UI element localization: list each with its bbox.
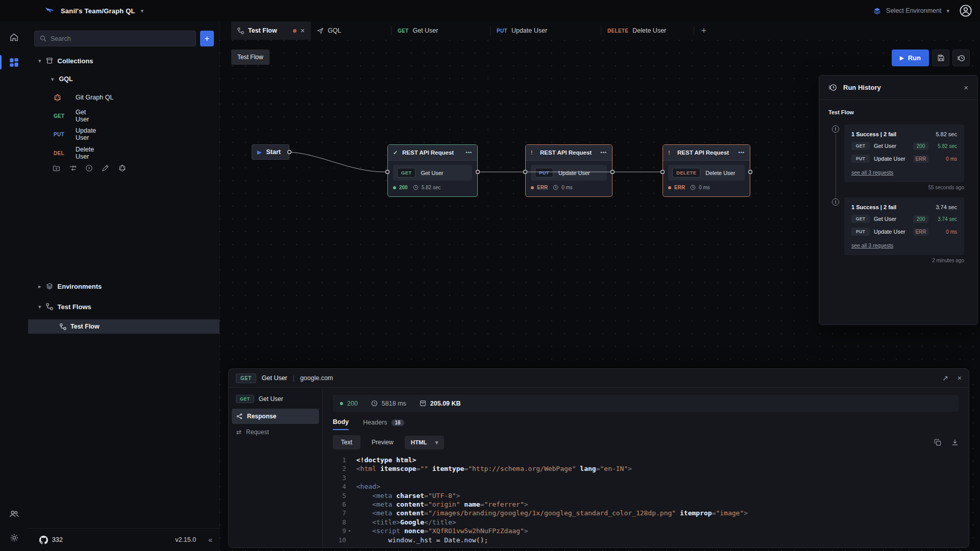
- expand-icon[interactable]: ↗: [942, 374, 948, 382]
- copy-icon[interactable]: [934, 439, 941, 446]
- request-name: Get User: [874, 143, 909, 149]
- run-sequence-icon[interactable]: [69, 164, 77, 172]
- chevron-down-icon: ▾: [51, 76, 54, 83]
- fold-spacer: [346, 536, 353, 544]
- tab-body[interactable]: Body: [333, 418, 349, 430]
- text-view-button[interactable]: Text: [333, 435, 360, 449]
- request-name: Get User: [259, 395, 283, 403]
- chevron-down-icon: ▾: [946, 8, 949, 14]
- nav-item-response[interactable]: Response: [232, 409, 319, 424]
- node-menu-button[interactable]: •••: [601, 150, 607, 155]
- new-tab-button[interactable]: +: [694, 21, 714, 40]
- method-badge: GET: [851, 215, 870, 223]
- edit-pen-icon[interactable]: [102, 164, 110, 172]
- save-button[interactable]: [932, 49, 949, 66]
- flow-node-delete-user[interactable]: ! REST API Request ••• DELETE Delete Use…: [663, 144, 750, 197]
- workspace-switcher[interactable]: Sanil's Team/Graph QL ▾: [44, 0, 143, 21]
- bolt-circle-icon[interactable]: [85, 164, 93, 172]
- sidebar-item-test-flow[interactable]: Test Flow: [28, 319, 219, 334]
- request-item-git-graph-ql[interactable]: Git Graph QL: [54, 90, 113, 105]
- status-dot: [668, 186, 671, 189]
- tab-test-flow[interactable]: Test Flow ×: [231, 21, 311, 40]
- response-panel: GET Get User | google.com ↗ × GET Get Us…: [228, 368, 969, 548]
- node-menu-button[interactable]: •••: [739, 150, 745, 155]
- collections-grid-icon[interactable]: [0, 52, 28, 72]
- request-time: 3.74 sec: [933, 216, 957, 222]
- node-request-chip[interactable]: PUT Update User: [531, 165, 607, 181]
- environment-selector[interactable]: Select Environment ▾: [873, 0, 949, 21]
- node-menu-button[interactable]: •••: [466, 150, 472, 155]
- run-history-button[interactable]: [952, 49, 970, 66]
- collection-gql[interactable]: ▾ GQL: [51, 73, 73, 85]
- tab-get-user[interactable]: GET Get User: [391, 21, 491, 40]
- tab-gql[interactable]: GQL: [311, 21, 391, 40]
- people-icon[interactable]: [0, 504, 28, 524]
- history-request-row: GET Get User 200 5.82 sec: [851, 142, 957, 150]
- nav-item-request[interactable]: ⇄ Request: [232, 424, 319, 440]
- download-icon[interactable]: [951, 439, 959, 446]
- sidebar-section-environments[interactable]: ▸ Environments: [38, 280, 102, 293]
- history-request-row: PUT Update User ERR 0 ms: [851, 228, 957, 236]
- code-area[interactable]: 1<!doctype html>2<html itemscope="" item…: [333, 456, 959, 544]
- environments-label: Environments: [58, 283, 102, 290]
- close-icon[interactable]: ×: [958, 374, 962, 382]
- request-name: Update User: [558, 170, 590, 176]
- fold-spacer: [346, 509, 353, 517]
- request-item-update-user[interactable]: PUT Update User: [54, 127, 64, 141]
- method-label: GET: [54, 113, 64, 119]
- node-title: REST API Request: [677, 149, 729, 156]
- fold-icon[interactable]: ▾: [346, 527, 353, 535]
- request-name: Update User: [874, 229, 909, 235]
- close-icon[interactable]: ×: [301, 27, 305, 35]
- collection-name: GQL: [59, 76, 73, 83]
- search-input[interactable]: [51, 35, 190, 42]
- graphql-icon: [54, 94, 61, 102]
- code-line: 6 <meta content="origin" name="referrer"…: [333, 500, 959, 509]
- environment-label: Select Environment: [886, 7, 941, 14]
- chevron-right-icon: ▸: [38, 283, 41, 290]
- flow-icon: [60, 323, 66, 330]
- status-code: 200: [399, 185, 408, 190]
- flow-node-update-user[interactable]: ! REST API Request ••• PUT Update User E…: [525, 144, 612, 197]
- node-request-chip[interactable]: GET Get User: [393, 165, 472, 181]
- topbar: Sanil's Team/Graph QL ▾ Select Environme…: [0, 0, 980, 21]
- see-all-requests-link[interactable]: see all 3 requests: [851, 169, 893, 176]
- flow-canvas[interactable]: Test Flow ▶ Run ▶ Start: [219, 40, 980, 551]
- see-all-requests-link[interactable]: see all 3 requests: [851, 242, 893, 248]
- flow-node-get-user[interactable]: ✓ REST API Request ••• GET Get User 200: [387, 144, 478, 197]
- run-duration: 5.82 sec: [936, 131, 957, 137]
- preview-view-button[interactable]: Preview: [372, 439, 394, 446]
- home-icon[interactable]: [0, 27, 28, 47]
- tab-headers[interactable]: Headers 18: [363, 419, 404, 430]
- status-code: ERR: [537, 185, 548, 190]
- clock-icon: [371, 400, 378, 407]
- request-item-delete-user[interactable]: DEL Delete User: [54, 146, 64, 160]
- sidebar-section-collections[interactable]: ▾ Collections: [38, 54, 93, 67]
- close-icon[interactable]: ×: [964, 83, 968, 92]
- gear-icon[interactable]: [0, 528, 28, 548]
- graphql-settings-icon[interactable]: [118, 164, 127, 172]
- panel-request-item[interactable]: GET Get User: [229, 393, 322, 408]
- tab-delete-user[interactable]: DELETE Delete User: [601, 21, 694, 40]
- method-badge: PUT: [851, 155, 870, 163]
- request-name: Get User: [421, 170, 443, 176]
- tab-update-user[interactable]: PUT Update User: [491, 21, 601, 40]
- collapse-sidebar-button[interactable]: «: [208, 536, 212, 544]
- fold-spacer: [346, 482, 353, 491]
- tab-label: Test Flow: [248, 27, 277, 34]
- node-request-chip[interactable]: DELETE Delete User: [668, 165, 745, 181]
- start-node[interactable]: ▶ Start: [252, 144, 289, 160]
- format-dropdown[interactable]: HTML ▾: [405, 436, 444, 449]
- history-entry: ! 1 Success | 2 fail 3.74 sec GET Get Us…: [844, 197, 964, 263]
- add-button[interactable]: +: [200, 31, 214, 46]
- run-button[interactable]: ▶ Run: [892, 49, 929, 66]
- new-folder-icon[interactable]: [53, 164, 61, 172]
- method-badge: GET: [397, 168, 415, 178]
- sidebar-section-test-flows[interactable]: ▾ Test Flows: [38, 300, 91, 313]
- history-request-row: GET Get User 200 3.74 sec: [851, 215, 957, 223]
- duration-label: 0 ms: [699, 185, 710, 190]
- request-item-get-user[interactable]: GET Get User: [54, 109, 64, 123]
- test-flow-name: Test Flow: [70, 323, 100, 330]
- user-avatar[interactable]: [960, 5, 972, 17]
- github-icon[interactable]: [39, 536, 48, 544]
